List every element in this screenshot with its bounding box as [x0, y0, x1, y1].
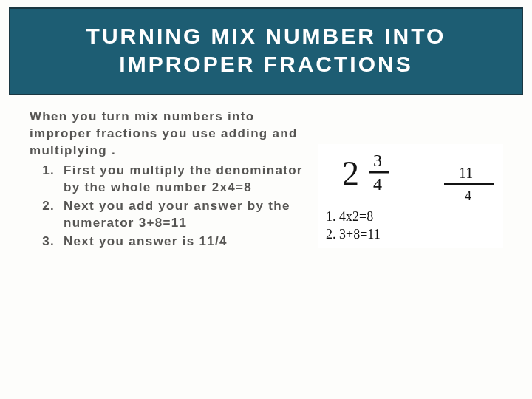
svg-text:4: 4 — [465, 188, 471, 203]
list-item: Next you add your answer by the numerato… — [59, 198, 310, 232]
slide-title: TURNING MIX NUMBER INTO IMPROPER FRACTIO… — [9, 7, 523, 95]
svg-text:2. 3+8=11: 2. 3+8=11 — [326, 227, 381, 242]
list-item: First you multiply the denominator by th… — [59, 163, 310, 197]
handwritten-example-icon: 2 3 4 11 4 1. 4x2=8 2. 3+8=11 — [318, 144, 503, 248]
steps-list: First you multiply the denominator by th… — [30, 163, 310, 250]
svg-text:3: 3 — [373, 151, 382, 170]
svg-text:1. 4x2=8: 1. 4x2=8 — [326, 209, 373, 224]
list-item: Next you answer is 11/4 — [59, 233, 310, 250]
content-area: When you turn mix numbers into improper … — [0, 95, 532, 252]
image-column: 2 3 4 11 4 1. 4x2=8 2. 3+8=11 — [310, 109, 511, 252]
text-column: When you turn mix numbers into improper … — [30, 109, 310, 252]
svg-text:11: 11 — [459, 165, 473, 181]
intro-text: When you turn mix numbers into improper … — [30, 109, 310, 160]
svg-text:4: 4 — [373, 174, 382, 194]
svg-text:2: 2 — [342, 154, 359, 192]
